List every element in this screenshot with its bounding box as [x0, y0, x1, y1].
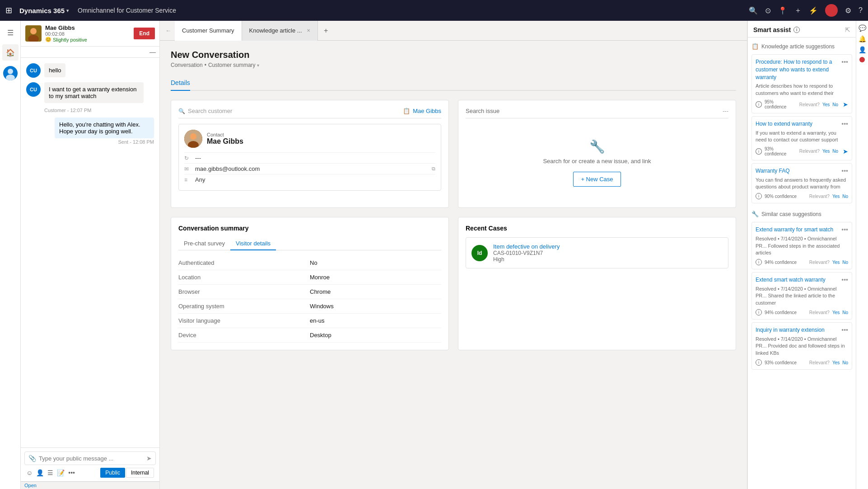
similar-item-2-menu-icon[interactable]: •••: [841, 276, 848, 283]
tab-close-icon[interactable]: ✕: [307, 28, 310, 33]
ka-item-3-yes[interactable]: Yes: [832, 194, 840, 199]
open-bar[interactable]: Open: [21, 481, 159, 489]
ka-item-1-send-icon[interactable]: ➤: [843, 101, 848, 108]
add-icon[interactable]: ＋: [794, 6, 802, 15]
circle-icon[interactable]: ⊙: [765, 6, 771, 15]
breadcrumb-part1[interactable]: Conversation: [171, 62, 203, 68]
list-icon[interactable]: ☰: [47, 469, 53, 476]
contact-detail-1-value: ---: [195, 155, 201, 161]
similar-item-3-no[interactable]: No: [842, 360, 848, 365]
user-avatar[interactable]: [825, 4, 838, 17]
ka-item-3-title[interactable]: Warranty FAQ: [756, 167, 841, 175]
ka-item-2-yes[interactable]: Yes: [822, 149, 830, 154]
person-icon[interactable]: 👤: [36, 469, 44, 476]
ka-item-1-title[interactable]: Procedure: How to respond to a customer …: [756, 58, 841, 81]
similar-item-2-yes[interactable]: Yes: [832, 310, 840, 315]
tab-internal-button[interactable]: Internal: [126, 468, 154, 478]
ka-item-1-menu-icon[interactable]: •••: [841, 58, 848, 66]
ka-item-3-footer: i 90% confidence Relevant? Yes No: [756, 193, 848, 199]
tab-knowledge-article-label: Knowledge article ...: [249, 27, 302, 34]
similar-item-1-menu-icon[interactable]: •••: [841, 226, 848, 233]
search-icon[interactable]: 🔍: [749, 6, 758, 15]
chat-meta-1: Customer - 12:07 PM: [26, 108, 154, 113]
filter-icon[interactable]: ⚡: [809, 6, 818, 15]
similar-item-1-no[interactable]: No: [842, 260, 848, 265]
chat-text-2: I want to get a warranty extension to my…: [44, 82, 144, 103]
new-case-button[interactable]: + New Case: [573, 172, 621, 187]
chat-input-container: 📎 ➤: [24, 451, 156, 465]
contact-detail-3: ≡ Any: [184, 174, 435, 185]
contact-email-value[interactable]: mae.gibbs@outlook.com: [195, 165, 260, 172]
similar-section-label: Similar case suggestions: [761, 211, 821, 217]
main-content-inner: New Conversation Conversation • Customer…: [160, 41, 747, 489]
sidebar-home-icon[interactable]: 🏠: [2, 44, 19, 61]
minimize-icon[interactable]: —: [149, 48, 156, 56]
detail-value-location: Monroe: [310, 274, 441, 281]
brand-logo: Dynamics 365 ▾: [19, 7, 69, 14]
sa-expand-icon[interactable]: ⇱: [845, 26, 850, 33]
ka-item-3-menu-icon[interactable]: •••: [841, 167, 848, 174]
sidebar-user-avatar[interactable]: [3, 66, 18, 80]
more-icon[interactable]: •••: [68, 469, 75, 476]
contact-type: Contact: [207, 132, 243, 137]
info-icon[interactable]: i: [793, 27, 800, 33]
tab-customer-summary[interactable]: Customer Summary: [175, 21, 242, 41]
tab-public-button[interactable]: Public: [100, 468, 125, 478]
breadcrumb-part2[interactable]: Customer summary ▾: [208, 62, 259, 68]
help-icon[interactable]: ?: [859, 6, 863, 14]
main-content: ← Customer Summary Knowledge article ...…: [160, 21, 747, 489]
chat-toolbar: ☺ 👤 ☰ 📝 ••• Public Internal: [24, 465, 156, 478]
similar-item-3: Inquiry in warranty extension ••• Resolv…: [751, 322, 852, 370]
tab-knowledge-article[interactable]: Knowledge article ... ✕: [242, 21, 318, 41]
waffle-menu-icon[interactable]: ⊞: [5, 5, 12, 15]
similar-item-2-no[interactable]: No: [842, 310, 848, 315]
similar-item-3-title[interactable]: Inquiry in warranty extension: [756, 326, 841, 334]
end-conversation-button[interactable]: End: [134, 28, 155, 39]
brand-chevron-icon[interactable]: ▾: [66, 8, 69, 13]
ka-item-1-no[interactable]: No: [832, 102, 838, 107]
copy-email-icon[interactable]: ⧉: [432, 166, 435, 172]
detail-label-location: Location: [178, 274, 310, 281]
settings-icon[interactable]: ⚙: [845, 6, 851, 15]
chat-input-field[interactable]: [39, 455, 144, 462]
ka-item-2-footer: i 93% confidence Relevant? Yes No ➤: [756, 146, 848, 156]
attachment-icon[interactable]: 📎: [28, 455, 36, 462]
chat-text-1: hello: [44, 63, 65, 77]
svg-point-5: [190, 133, 196, 140]
summary-tab-visitor[interactable]: Visitor details: [230, 237, 276, 250]
similar-item-3-confidence: 93% confidence: [765, 360, 797, 365]
location-icon[interactable]: 📍: [778, 6, 787, 15]
svg-point-3: [28, 35, 39, 42]
section-tab-details[interactable]: Details: [171, 75, 190, 91]
sa-icon-bell[interactable]: 🔔: [859, 35, 866, 42]
similar-item-3-yes[interactable]: Yes: [832, 360, 840, 365]
sa-icon-person[interactable]: 👤: [859, 46, 866, 53]
tab-add-button[interactable]: +: [318, 21, 334, 41]
notes-icon[interactable]: 📝: [57, 469, 65, 476]
ka-item-2-send-icon[interactable]: ➤: [843, 148, 848, 155]
ka-item-2-menu-icon[interactable]: •••: [841, 120, 848, 127]
send-icon[interactable]: ➤: [146, 455, 152, 462]
sa-icon-chat[interactable]: 💬: [859, 24, 866, 32]
conv-header-info: Mae Gibbs 00:02:08 😊 Slightly positive: [45, 24, 130, 42]
conv-agent-name: Mae Gibbs: [45, 24, 130, 31]
ka-item-2-no[interactable]: No: [832, 149, 838, 154]
left-sidebar: ☰ 🏠: [0, 21, 21, 489]
similar-item-1-title[interactable]: Extend warranty for smart watch: [756, 226, 841, 234]
sidebar-hamburger-icon[interactable]: ☰: [2, 24, 19, 41]
emoji-icon[interactable]: ☺: [26, 469, 33, 476]
similar-cases-icon: 🔧: [751, 211, 759, 217]
ka-item-2-title[interactable]: How to extend warranty: [756, 120, 841, 128]
case-title[interactable]: Item defective on delivery: [493, 243, 560, 250]
similar-item-3-desc: Resolved • 7/14/2020 • Omnichannel PR...…: [756, 336, 848, 357]
ka-item-1-yes[interactable]: Yes: [822, 102, 830, 107]
customer-link[interactable]: Mae Gibbs: [413, 108, 441, 114]
similar-item-1-yes[interactable]: Yes: [832, 260, 840, 265]
back-nav-arrow[interactable]: ←: [162, 21, 175, 41]
summary-tab-prechat[interactable]: Pre-chat survey: [178, 237, 230, 250]
similar-item-3-menu-icon[interactable]: •••: [841, 326, 848, 334]
case-item-1[interactable]: Id Item defective on delivery CAS-01010-…: [466, 237, 728, 268]
similar-item-2-title[interactable]: Extend smart watch warranty: [756, 276, 841, 284]
ka-item-3-no[interactable]: No: [842, 194, 848, 199]
similar-item-3-info-icon: i: [756, 359, 762, 366]
